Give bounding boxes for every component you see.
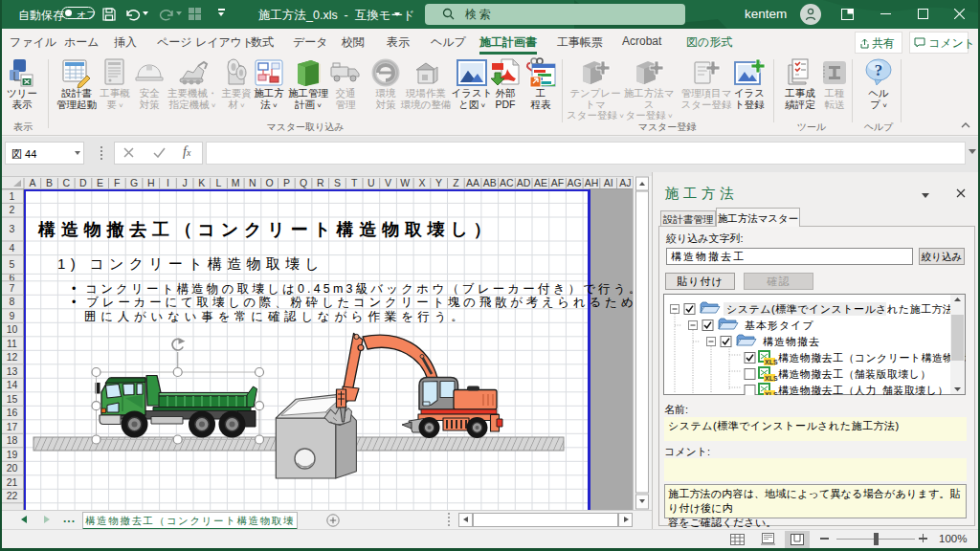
svg-text:O: O [266,177,274,188]
svg-text:12: 12 [7,351,18,363]
svg-text:S: S [334,177,341,188]
svg-text:P: P [283,177,290,188]
svg-text:AE: AE [534,177,547,188]
svg-text:AJ: AJ [619,177,631,188]
svg-text:10: 10 [7,323,18,335]
svg-text:D: D [79,177,87,188]
svg-text:V: V [385,177,391,188]
svg-text:N: N [249,177,256,188]
svg-text:K: K [198,177,205,188]
svg-text:W: W [400,177,410,188]
svg-text:16: 16 [7,407,18,418]
svg-text:構造物撤去工（コンクリート構造物取壊し）: 構造物撤去工（コンクリート構造物取壊し） [778,352,966,364]
svg-text:B: B [46,177,53,188]
svg-text:AA: AA [466,177,479,188]
svg-text:A: A [29,177,35,188]
svg-text:7: 7 [10,282,15,294]
svg-text:U: U [368,177,375,188]
svg-text:AF: AF [551,177,564,188]
svg-text:基本形タイプ: 基本形タイプ [745,320,814,331]
svg-text:AG: AG [568,177,582,188]
svg-text:3: 3 [10,223,15,234]
svg-text:9: 9 [10,310,15,321]
svg-text:20: 20 [7,462,18,474]
svg-text:E: E [97,177,103,188]
svg-text:構造物撤去工（人力_舗装取壊し）: 構造物撤去工（人力_舗装取壊し） [778,385,948,395]
svg-text:AC: AC [500,177,514,188]
svg-text:システム(標準でインストールされた施工方法): システム(標準でインストールされた施工方法) [726,303,958,315]
svg-text:18: 18 [7,434,18,446]
svg-text:構造物撤去工（舗装版取壊し）: 構造物撤去工（舗装版取壊し） [778,368,931,380]
svg-text:囲に人がいない事を常に確認しながら作業を行う。: 囲に人がいない事を常に確認しながら作業を行う。 [84,310,468,323]
svg-text:G: G [130,177,138,188]
svg-text:13: 13 [7,365,18,377]
svg-text:構造物撤去工（コンクリート構造物取壊し）: 構造物撤去工（コンクリート構造物取壊し） [37,220,497,239]
svg-text:J: J [182,177,187,188]
svg-text:L: L [216,177,222,188]
svg-text:1: 1 [10,190,15,202]
svg-text:C: C [62,177,70,188]
svg-text:T: T [351,177,358,188]
svg-text:X: X [418,177,425,188]
svg-text:21: 21 [7,476,18,488]
svg-text:I: I [167,177,169,188]
svg-text:XLS: XLS [765,359,778,365]
svg-text:14: 14 [7,379,18,390]
svg-text:XLS: XLS [765,375,778,382]
svg-text:AI: AI [604,177,613,188]
svg-text:AD: AD [517,177,531,188]
svg-text:Z: Z [453,177,459,188]
svg-text:• ブレーカーにて取壊しの際、粉砕したコンクリート塊の飛散が: • ブレーカーにて取壊しの際、粉砕したコンクリート塊の飛散が考えられるため、周 [72,296,652,309]
svg-text:22: 22 [7,490,18,501]
svg-text:AB: AB [483,177,497,188]
svg-text:11: 11 [7,338,17,349]
svg-text:15: 15 [7,393,18,405]
svg-text:17: 17 [7,421,18,432]
svg-text:4: 4 [10,242,15,253]
svg-text:?: ? [875,61,883,79]
svg-text:構造物撤去: 構造物撤去 [763,336,820,347]
svg-text:M: M [232,177,240,188]
svg-text:• コンクリート構造物の取壊しは0.45m3級バックホウ（ブ: • コンクリート構造物の取壊しは0.45m3級バックホウ（ブレーカー付き）で行う… [72,282,644,296]
svg-text:F: F [114,177,120,188]
svg-text:R: R [317,177,324,188]
svg-text:XLS: XLS [765,391,778,395]
svg-text:Y: Y [435,177,442,188]
svg-text:8: 8 [10,296,15,307]
svg-text:1) コンクリート構造物取壊し: 1) コンクリート構造物取壊し [57,255,324,272]
svg-text:Q: Q [300,177,307,188]
svg-text:5: 5 [10,258,15,270]
svg-text:19: 19 [7,449,18,460]
svg-text:2: 2 [10,204,15,215]
svg-text:AH: AH [585,177,599,188]
svg-text:H: H [147,177,155,188]
